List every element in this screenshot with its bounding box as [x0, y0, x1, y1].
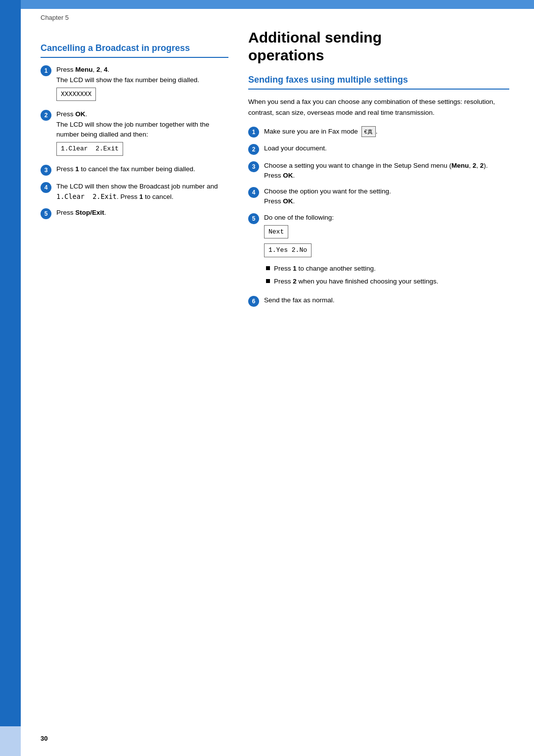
- top-bar: [21, 0, 534, 9]
- lcd-next: Next: [264, 225, 288, 239]
- right-step-1-content: Make sure you are in Fax mode €真.: [264, 126, 509, 138]
- right-section-divider: [248, 89, 509, 90]
- right-step-6-content: Send the fax as normal.: [264, 295, 509, 305]
- right-step-circle-3: 3: [248, 161, 259, 172]
- bullet-square-2: [266, 279, 270, 283]
- left-step-4: 4 The LCD will then show the Broadcast j…: [41, 182, 228, 202]
- chapter-label: Chapter 5: [41, 14, 69, 21]
- step-3-content: Press 1 to cancel the fax number being d…: [56, 164, 228, 174]
- right-step-2-content: Load your document.: [264, 143, 509, 153]
- right-step-circle-4: 4: [248, 187, 259, 198]
- right-step-6: 6 Send the fax as normal.: [248, 295, 509, 307]
- step-4-content: The LCD will then show the Broadcast job…: [56, 182, 228, 202]
- lcd-yes-no: 1.Yes 2.No: [264, 243, 312, 257]
- step-circle-2: 2: [41, 110, 51, 121]
- page-number: 30: [41, 735, 47, 742]
- bullet-text-2: Press 2 when you have finished choosing …: [274, 277, 438, 286]
- bullet-item-1: Press 1 to change another setting.: [266, 264, 509, 274]
- step-1-content: Press Menu, 2, 4. The LCD will show the …: [56, 65, 228, 103]
- bullet-text-1: Press 1 to change another setting.: [274, 264, 376, 274]
- bullet-item-2: Press 2 when you have finished choosing …: [266, 277, 509, 286]
- step-circle-3: 3: [41, 165, 51, 176]
- left-steps-list: 1 Press Menu, 2, 4. The LCD will show th…: [41, 65, 228, 219]
- main-content: Chapter 5 Cancelling a Broadcast in prog…: [21, 0, 534, 756]
- right-step-3-content: Choose a setting you want to change in t…: [264, 161, 509, 181]
- lcd-display-xxxxxxxx: XXXXXXXX: [56, 88, 96, 101]
- sidebar-bottom-accent: [0, 726, 21, 756]
- left-step-1: 1 Press Menu, 2, 4. The LCD will show th…: [41, 65, 228, 103]
- content-area: Cancelling a Broadcast in progress 1 Pre…: [41, 29, 509, 313]
- right-column: Additional sending operations Sending fa…: [248, 29, 509, 313]
- left-step-5: 5 Press Stop/Exit.: [41, 208, 228, 219]
- right-step-5-content: Do one of the following: Next 1.Yes 2.No…: [264, 213, 509, 290]
- right-step-3: 3 Choose a setting you want to change in…: [248, 161, 509, 181]
- left-step-2: 2 Press OK. The LCD will show the job nu…: [41, 109, 228, 158]
- bullet-square-1: [266, 266, 270, 270]
- right-step-1: 1 Make sure you are in Fax mode €真.: [248, 126, 509, 138]
- left-section-heading: Cancelling a Broadcast in progress: [41, 43, 228, 54]
- left-column: Cancelling a Broadcast in progress 1 Pre…: [41, 43, 228, 313]
- sidebar: [0, 0, 21, 756]
- right-steps-list: 1 Make sure you are in Fax mode €真. 2 Lo…: [248, 126, 509, 307]
- right-step-4: 4 Choose the option you want for the set…: [248, 187, 509, 207]
- left-section-divider: [41, 57, 228, 58]
- step-circle-1: 1: [41, 65, 51, 76]
- intro-paragraph: When you send a fax you can choose any c…: [248, 96, 509, 118]
- right-step-2: 2 Load your document.: [248, 143, 509, 155]
- right-step-circle-2: 2: [248, 144, 259, 155]
- page-title: Additional sending operations: [248, 29, 509, 64]
- right-step-circle-6: 6: [248, 296, 259, 307]
- right-step-5: 5 Do one of the following: Next 1.Yes 2.…: [248, 213, 509, 290]
- lcd-display-clear-exit: 1.Clear 2.Exit: [56, 142, 123, 156]
- step-circle-5: 5: [41, 208, 51, 219]
- right-sub-heading: Sending faxes using multiple settings: [248, 74, 509, 86]
- step-circle-4: 4: [41, 182, 51, 193]
- right-step-4-content: Choose the option you want for the setti…: [264, 187, 509, 207]
- right-step-circle-1: 1: [248, 127, 259, 138]
- step-5-content: Press Stop/Exit.: [56, 208, 228, 218]
- left-step-3: 3 Press 1 to cancel the fax number being…: [41, 164, 228, 176]
- step-2-content: Press OK. The LCD will show the job numb…: [56, 109, 228, 158]
- fax-mode-icon: €真: [361, 126, 376, 138]
- right-step-circle-5: 5: [248, 213, 259, 224]
- step-5-bullets: Press 1 to change another setting. Press…: [266, 264, 509, 287]
